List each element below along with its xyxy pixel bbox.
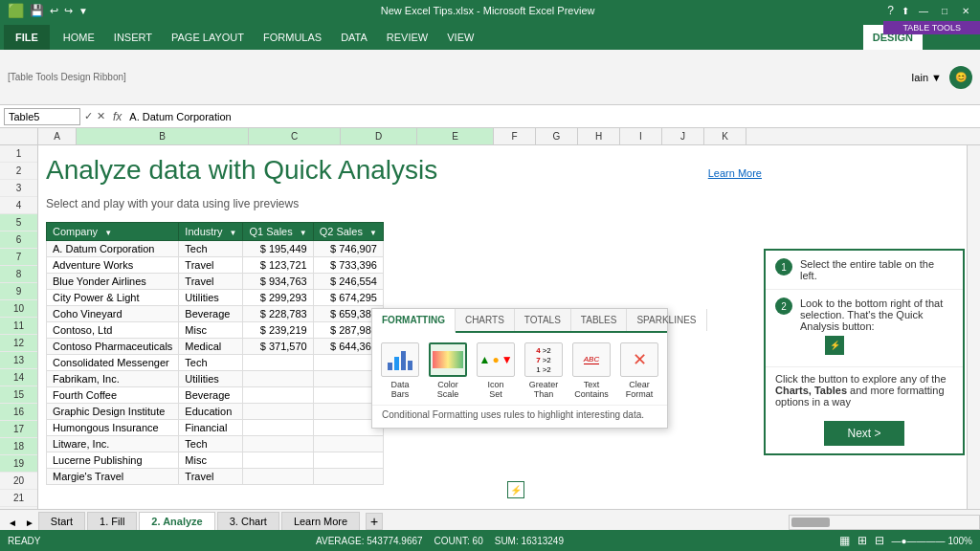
table-cell: $ 674,295 xyxy=(313,290,383,306)
page-subtitle: Select and play with your data using liv… xyxy=(46,197,299,210)
sheet-tab-chart[interactable]: 3. Chart xyxy=(217,512,279,530)
table-header-company: Company ▼ xyxy=(47,223,179,241)
zoom-slider[interactable]: —●———— 100% xyxy=(892,536,972,546)
table-cell: Misc xyxy=(179,322,243,339)
table-cell xyxy=(243,469,313,485)
gt-row3: 1>2 xyxy=(536,365,551,374)
close-icon[interactable]: ✕ xyxy=(959,4,972,17)
qa-tab-tables[interactable]: TABLES xyxy=(571,309,628,331)
name-box[interactable] xyxy=(4,108,80,125)
col-h[interactable]: H xyxy=(578,128,620,144)
table-cell: $ 733,396 xyxy=(313,257,383,274)
qa-tab-charts[interactable]: CHARTS xyxy=(456,309,515,331)
table-cell: Fabrikam, Inc. xyxy=(47,371,179,387)
page-layout-icon[interactable]: ⊞ xyxy=(858,534,867,547)
bar3 xyxy=(401,351,406,370)
info-step-2: 2 Look to the bottom right of that selec… xyxy=(766,290,963,367)
minimize-icon[interactable]: — xyxy=(917,4,930,17)
table-cell: A. Datum Corporation xyxy=(47,241,179,257)
qa-greaterthan-label: GreaterThan xyxy=(529,380,559,399)
horizontal-scrollbar[interactable] xyxy=(789,515,980,530)
tab-formulas[interactable]: FORMULAS xyxy=(254,25,331,50)
tab-view[interactable]: VIEW xyxy=(437,25,483,50)
table-header-industry: Industry ▼ xyxy=(179,223,243,241)
q2-dropdown-icon[interactable]: ▼ xyxy=(369,229,377,237)
formula-bar: ✓ ✕ fx A. Datum Corporation xyxy=(0,105,980,128)
col-b[interactable]: B xyxy=(77,128,249,144)
qa-icon-textcontains[interactable]: ABC TextContains xyxy=(571,342,612,399)
table-cell xyxy=(243,436,313,452)
learn-more-link[interactable]: Learn More xyxy=(708,167,762,179)
tab-file[interactable]: FILE xyxy=(4,25,50,50)
page-break-icon[interactable]: ⊟ xyxy=(875,534,884,547)
bar2 xyxy=(394,357,399,370)
qa-tab-totals[interactable]: TOTALS xyxy=(515,309,571,331)
q1-dropdown-icon[interactable]: ▼ xyxy=(300,229,307,237)
col-k[interactable]: K xyxy=(704,128,746,144)
tab-home[interactable]: HOME xyxy=(54,25,104,50)
quick-analysis-trigger[interactable]: ⚡ xyxy=(507,481,524,498)
scroll-thumb[interactable] xyxy=(791,518,830,527)
table-cell xyxy=(243,387,313,404)
row-18: 18 xyxy=(0,438,37,455)
normal-view-icon[interactable]: ▦ xyxy=(839,534,850,547)
tab-review[interactable]: REVIEW xyxy=(377,25,437,50)
row-headers: 1 2 3 4 5 6 7 8 9 10 11 12 13 14 15 16 1… xyxy=(0,145,38,509)
sheet-tab-fill[interactable]: 1. Fill xyxy=(87,512,137,530)
table-cell: $ 934,763 xyxy=(243,274,313,290)
row-15: 15 xyxy=(0,386,37,404)
add-sheet-button[interactable]: + xyxy=(366,513,383,530)
step-3-charts-bold: Charts, xyxy=(775,385,814,396)
quick-analysis-button-preview: ⚡ xyxy=(825,336,844,355)
prev-sheet-btn[interactable]: ◄ xyxy=(4,516,21,530)
info-step-1: 1 Select the entire table on the left. xyxy=(766,251,963,290)
col-a[interactable]: A xyxy=(38,128,77,144)
quick-access-customize[interactable]: ▼ xyxy=(78,6,88,16)
table-cell: Fourth Coffee xyxy=(47,387,179,404)
formula-bar-check[interactable]: ✓ xyxy=(84,110,93,122)
col-e[interactable]: E xyxy=(417,128,494,144)
col-d[interactable]: D xyxy=(341,128,417,144)
col-j[interactable]: J xyxy=(662,128,704,144)
iconset-mid: ● xyxy=(492,353,499,366)
row-21: 21 xyxy=(0,490,37,507)
row-17: 17 xyxy=(0,421,37,438)
tab-page-layout[interactable]: PAGE LAYOUT xyxy=(162,25,254,50)
table-cell: $ 195,449 xyxy=(243,241,313,257)
table-cell: Contoso Pharmaceuticals xyxy=(47,339,179,355)
tab-insert[interactable]: INSERT xyxy=(104,25,162,50)
table-row: Fabrikam, Inc.Utilities xyxy=(47,371,384,387)
col-i[interactable]: I xyxy=(620,128,662,144)
qa-icon-databars[interactable]: DataBars xyxy=(380,342,420,399)
col-c[interactable]: C xyxy=(249,128,341,144)
qa-databars-label: DataBars xyxy=(390,380,409,399)
col-g[interactable]: G xyxy=(536,128,578,144)
tab-data[interactable]: DATA xyxy=(331,25,377,50)
help-icon[interactable]: ? xyxy=(887,4,894,17)
col-f[interactable]: F xyxy=(494,128,536,144)
qa-tab-formatting[interactable]: FORMATTING xyxy=(372,309,456,333)
quick-access-undo[interactable]: ↩ xyxy=(50,5,58,17)
status-ready: READY xyxy=(8,536,40,546)
status-count: COUNT: 60 xyxy=(434,536,483,546)
company-dropdown-icon[interactable]: ▼ xyxy=(104,229,112,237)
qa-icon-greaterthan[interactable]: 4>2 7>2 1>2 GreaterThan xyxy=(523,342,564,399)
table-row: Blue Yonder AirlinesTravel$ 934,763$ 246… xyxy=(47,274,384,290)
next-button[interactable]: Next > xyxy=(824,421,903,446)
maximize-icon[interactable]: □ xyxy=(938,4,951,17)
qa-icon-colorscale[interactable]: ColorScale xyxy=(428,342,468,399)
quick-access-save[interactable]: 💾 xyxy=(30,4,44,17)
next-sheet-btn[interactable]: ► xyxy=(21,516,38,530)
sheet-tab-start[interactable]: Start xyxy=(38,512,85,530)
sheet-tab-learnmore[interactable]: Learn More xyxy=(281,512,360,530)
formula-bar-cancel[interactable]: ✕ xyxy=(97,110,105,122)
qa-icon-greaterthan-box: 4>2 7>2 1>2 xyxy=(524,342,563,377)
vertical-scrollbar[interactable] xyxy=(967,145,980,509)
industry-dropdown-icon[interactable]: ▼ xyxy=(230,229,237,237)
sheet-tab-analyze[interactable]: 2. Analyze xyxy=(139,512,214,530)
qa-tab-sparklines[interactable]: SPARKLINES xyxy=(627,309,706,331)
qa-icon-iconset[interactable]: ▲ ● ▼ IconSet xyxy=(476,342,516,399)
ribbon-collapse-icon[interactable]: ⬆ xyxy=(902,6,909,16)
qa-icon-clearformat[interactable]: ✕ ClearFormat xyxy=(619,342,659,399)
quick-access-redo[interactable]: ↪ xyxy=(64,5,73,17)
